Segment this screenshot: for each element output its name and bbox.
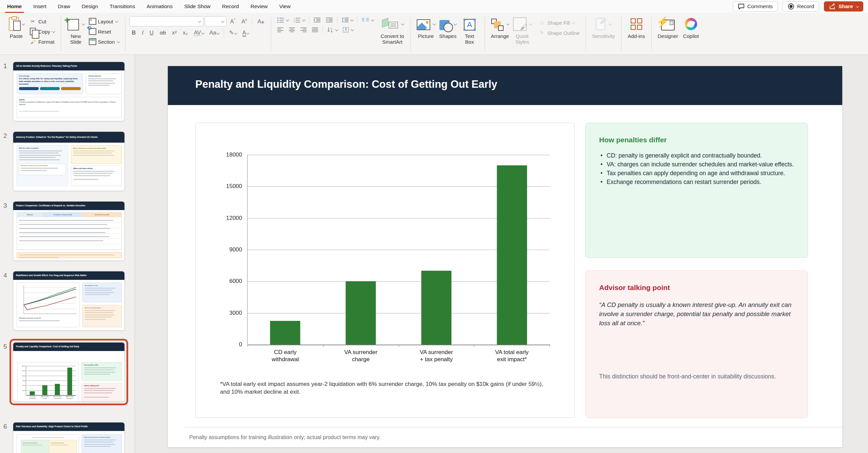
menu-tab[interactable]: Record	[216, 0, 245, 13]
comments-button[interactable]: Comments	[733, 1, 778, 12]
bullets-button[interactable]	[275, 16, 290, 24]
menu-tab[interactable]: Insert	[27, 0, 52, 13]
clear-formatting-button[interactable]: A◆	[255, 18, 267, 25]
text-direction-icon: A	[327, 27, 333, 33]
picture-button[interactable]: Picture	[415, 16, 437, 40]
y-axis-tick-label: 15000	[22, 370, 25, 372]
new-slide-button[interactable]: New Slide	[65, 16, 87, 46]
shape-fill-button[interactable]: ◇Shape Fill	[536, 18, 581, 27]
advisor-talking-point-box[interactable]: Advisor talking point “A CD penalty is u…	[585, 270, 808, 418]
format-painter-button[interactable]: 🖌Format	[27, 37, 57, 46]
bar-2[interactable]	[346, 281, 376, 345]
menu-tab[interactable]: View	[274, 0, 296, 13]
thumb-title: Risk Tolerance and Suitability: Align Pr…	[13, 423, 124, 431]
decrease-indent-button[interactable]	[312, 16, 322, 24]
thumbnail-slide-6[interactable]: Risk Tolerance and Suitability: Align Pr…	[13, 422, 125, 453]
bar-1[interactable]	[270, 321, 300, 345]
cut-button[interactable]: ✂Cut	[27, 17, 57, 26]
thumbnail-slide-4[interactable]: Risk/Return and Growth Effect: Fee Drag …	[13, 271, 125, 331]
quick-styles-button[interactable]: Quick Styles	[511, 16, 533, 46]
share-button[interactable]: Share	[824, 1, 863, 12]
reset-button[interactable]: Reset	[87, 27, 121, 36]
font-size-select[interactable]	[205, 16, 226, 26]
menu-tab[interactable]: Animations	[141, 0, 179, 13]
line-spacing-button[interactable]	[340, 16, 355, 24]
ribbon-divider	[61, 17, 61, 51]
bar-2[interactable]	[42, 385, 47, 395]
y-axis-tick-label: 18000	[226, 151, 242, 158]
section-button[interactable]: Section	[87, 37, 121, 46]
numbering-button[interactable]: 123	[292, 16, 307, 24]
columns-button[interactable]	[360, 17, 375, 23]
menu-tab[interactable]: Home	[1, 0, 27, 13]
slide-disclaimer[interactable]: Penalty assumptions for training illustr…	[189, 434, 380, 440]
thumbnail-slide-2[interactable]: Advisory Position: Default to “Do Not Re…	[13, 131, 125, 191]
picture-label: Picture	[418, 34, 434, 39]
slide-title-band[interactable]: Penalty and Liquidity Comparison: Cost o…	[168, 66, 842, 105]
thumbnail-slide-5-selected[interactable]: Penalty and Liquidity Comparison: Cost o…	[13, 342, 125, 402]
font-name-select[interactable]	[130, 16, 203, 26]
menu-tab[interactable]: Design	[76, 0, 104, 13]
slide-title: Penalty and Liquidity Comparison: Cost o…	[195, 78, 497, 90]
justify-button[interactable]	[310, 26, 320, 33]
line-spacing-icon	[342, 17, 349, 23]
designer-button[interactable]: Designer	[656, 16, 680, 40]
bar-3[interactable]	[421, 271, 451, 345]
superscript-button[interactable]: x²	[170, 29, 179, 37]
subscript-button[interactable]: x₂	[180, 29, 190, 37]
paste-button[interactable]: Paste	[5, 16, 27, 40]
underline-button[interactable]: U	[147, 29, 156, 37]
strikethrough-button[interactable]: ab	[157, 29, 168, 37]
menu-tab[interactable]: Draw	[52, 0, 76, 13]
textbox-button[interactable]: A Text Box	[459, 16, 480, 46]
copilot-button[interactable]: Copilot	[680, 16, 702, 40]
character-spacing-button[interactable]: AV	[192, 29, 206, 37]
slide-canvas[interactable]: Penalty and Liquidity Comparison: Cost o…	[168, 66, 842, 447]
shapes-button[interactable]: Shapes	[437, 16, 459, 40]
arrange-button[interactable]: Arrange	[489, 16, 511, 40]
align-text-vertical-icon	[343, 27, 349, 33]
align-text-button[interactable]	[341, 26, 355, 34]
increase-indent-button[interactable]	[324, 16, 335, 24]
align-left-button[interactable]	[275, 26, 285, 33]
bold-button[interactable]: B	[130, 29, 138, 37]
italic-button[interactable]: I	[139, 29, 146, 37]
text-direction-button[interactable]: A	[325, 26, 339, 34]
category-label: VA total early exit impact*	[63, 396, 76, 399]
font-group: A^ Av A◆ B I U ab x² x₂ AV Aa ✎ A	[127, 15, 270, 53]
new-slide-icon	[67, 19, 79, 30]
how-penalties-differ-box[interactable]: How penalties differ CD: penalty is gene…	[585, 123, 808, 258]
bar-4[interactable]	[497, 165, 527, 345]
gridline	[26, 366, 76, 366]
menu-tab[interactable]: Transitions	[104, 0, 141, 13]
thumbnail-slide-3[interactable]: Feature Comparison: Certificates of Depo…	[13, 201, 125, 261]
thumbnail-slide-1[interactable]: CD-to-Variable Annuity Rollovers: Fiduci…	[13, 62, 125, 121]
suitability-note: This distinction should be front-and-cen…	[599, 372, 789, 381]
bar-3[interactable]	[55, 384, 60, 395]
bar-chart-object[interactable]: 0300060009000120001500018000CD early wit…	[195, 123, 575, 418]
layout-button[interactable]: Layout	[87, 17, 121, 26]
font-color-button[interactable]: A	[240, 29, 251, 37]
shape-outline-button[interactable]: ✎Shape Outline	[536, 28, 581, 37]
addins-button[interactable]: Add-ins	[626, 16, 647, 40]
thumb-body: Attribute Certificates of Deposit (CD) V…	[13, 210, 124, 261]
quick-styles-icon	[513, 17, 527, 31]
bar-1[interactable]	[30, 391, 35, 395]
grow-font-button[interactable]: A^	[228, 17, 238, 25]
align-center-button[interactable]	[287, 26, 297, 33]
menu-tab[interactable]: Review	[245, 0, 274, 13]
align-right-button[interactable]	[298, 26, 309, 33]
bar-4[interactable]	[67, 368, 72, 395]
sensitivity-button[interactable]: Sensitivity	[590, 16, 617, 40]
sensitivity-group: Sensitivity	[587, 15, 620, 53]
thumb-title: Penalty and Liquidity Comparison: Cost o…	[13, 343, 124, 351]
indent-icon	[326, 17, 333, 23]
highlight-button[interactable]: ✎	[227, 29, 239, 37]
section-icon	[89, 38, 96, 45]
record-button[interactable]: Record	[783, 1, 819, 12]
convert-smartart-button[interactable]: Convert to SmartArt	[379, 16, 406, 46]
copy-button[interactable]: Copy	[27, 27, 57, 36]
shrink-font-button[interactable]: Av	[239, 17, 249, 25]
change-case-button[interactable]: Aa	[207, 29, 221, 37]
menu-tab[interactable]: Slide Show	[178, 0, 216, 13]
